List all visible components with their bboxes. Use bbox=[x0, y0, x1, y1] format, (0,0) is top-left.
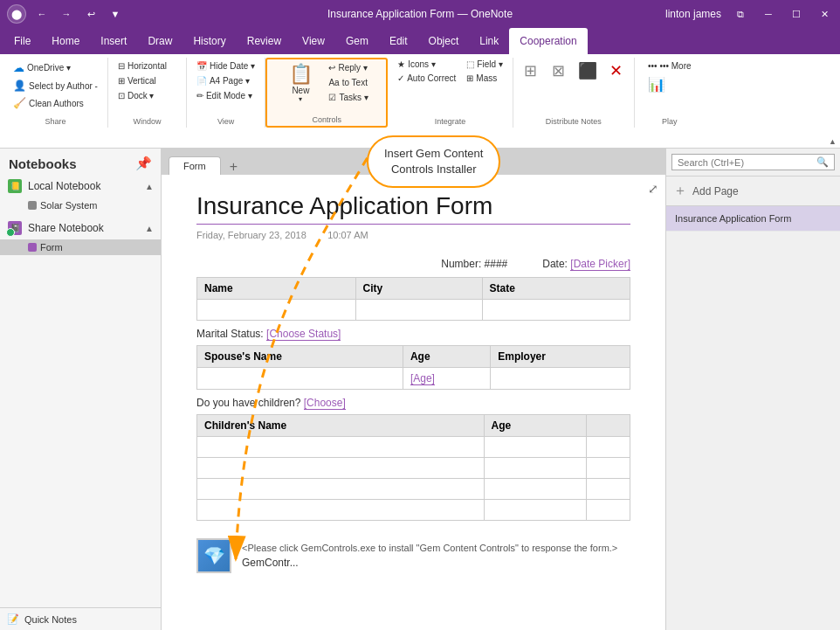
back-button[interactable]: ⬤ bbox=[7, 4, 26, 24]
edit-mode-button[interactable]: ✏ Edit Mode ▾ bbox=[192, 89, 257, 102]
controls-right: ↩ Reply ▾ Aa to Text ☑ Tasks ▾ bbox=[324, 61, 373, 104]
name-cell[interactable] bbox=[197, 300, 356, 321]
choose-status-link[interactable]: [Choose Status] bbox=[266, 328, 341, 341]
new-button[interactable]: 📋 New ▾ bbox=[280, 61, 320, 105]
child3-name[interactable] bbox=[197, 479, 485, 500]
field-button[interactable]: ⬚ Field ▾ bbox=[462, 58, 506, 71]
clean-icon: 🧹 bbox=[13, 97, 26, 109]
play-buttons: ••• ••• More 📊 bbox=[644, 58, 696, 94]
share-notebook-item[interactable]: 📓 Share Notebook ▲ bbox=[0, 217, 161, 239]
quick-access-button[interactable]: ▼ bbox=[107, 5, 124, 23]
minimize-button[interactable]: ─ bbox=[760, 5, 777, 23]
add-page-button[interactable]: ＋ Add Page bbox=[666, 177, 840, 206]
menu-file[interactable]: File bbox=[3, 28, 41, 54]
new-label: New bbox=[292, 86, 309, 95]
solar-system-label: Solar System bbox=[40, 200, 97, 211]
ppt-icon: 📊 bbox=[648, 76, 665, 93]
child2-col3[interactable] bbox=[586, 458, 630, 479]
pin-icon[interactable]: 📌 bbox=[135, 156, 152, 171]
menu-history[interactable]: History bbox=[182, 28, 236, 54]
form-tab[interactable]: Form bbox=[169, 156, 221, 175]
a4-page-button[interactable]: 📄 A4 Page ▾ bbox=[192, 74, 254, 87]
reply-icon: ↩ bbox=[328, 63, 335, 73]
child2-name[interactable] bbox=[197, 458, 485, 479]
menu-cooperation[interactable]: Cooperation bbox=[509, 28, 587, 54]
add-tab-button[interactable]: + bbox=[223, 159, 244, 175]
menu-edit[interactable]: Edit bbox=[379, 28, 418, 54]
state-header: State bbox=[482, 278, 630, 300]
state-cell[interactable] bbox=[482, 300, 630, 321]
child1-name[interactable] bbox=[197, 437, 485, 458]
distribute-btn2[interactable]: ⊠ bbox=[547, 59, 571, 82]
local-notebook-collapse[interactable]: ▲ bbox=[145, 182, 154, 191]
solar-system-section[interactable]: Solar System bbox=[0, 197, 161, 213]
quick-notes-icon: 📝 bbox=[7, 613, 19, 625]
child4-col3[interactable] bbox=[586, 500, 630, 521]
child1-age[interactable] bbox=[484, 437, 586, 458]
close-distribute-btn[interactable]: ✕ bbox=[604, 59, 629, 82]
ribbon-collapse-button[interactable]: ▲ bbox=[829, 137, 837, 146]
reply-button[interactable]: ↩ Reply ▾ bbox=[324, 61, 373, 74]
dock-icon: ⊡ bbox=[118, 91, 125, 100]
city-cell[interactable] bbox=[355, 300, 482, 321]
restore-button[interactable]: ⧉ bbox=[732, 5, 749, 23]
child3-age[interactable] bbox=[484, 479, 586, 500]
age-link[interactable]: [Age] bbox=[410, 372, 435, 385]
date-row: Date: [Date Picker] bbox=[542, 258, 630, 270]
menu-draw[interactable]: Draw bbox=[137, 28, 182, 54]
mass-button[interactable]: ⊞ Mass bbox=[462, 72, 506, 85]
icons-button[interactable]: ★ Icons ▾ bbox=[393, 58, 460, 71]
dock-button[interactable]: ⊡ Dock ▾ bbox=[114, 89, 159, 102]
clean-authors-button[interactable]: 🧹 Clean Authors bbox=[9, 95, 88, 111]
spouse-name-cell[interactable] bbox=[197, 368, 403, 390]
choose-children-link[interactable]: [Choose] bbox=[304, 397, 346, 410]
onedrive-button[interactable]: ☁ OneDrive ▾ bbox=[9, 59, 75, 76]
employer-header: Employer bbox=[491, 346, 630, 368]
share-notebook-collapse[interactable]: ▲ bbox=[145, 224, 154, 233]
children-row-3 bbox=[197, 479, 630, 500]
back-nav-button[interactable]: ← bbox=[33, 5, 51, 23]
ppt-button[interactable]: 📊 bbox=[644, 74, 670, 94]
menu-home[interactable]: Home bbox=[41, 28, 90, 54]
tasks-button[interactable]: ☑ Tasks ▾ bbox=[324, 91, 373, 104]
form-dot bbox=[28, 243, 37, 252]
auto-correct-button[interactable]: ✓ Auto Correct bbox=[393, 72, 460, 85]
search-input[interactable] bbox=[678, 157, 813, 168]
page-icon: 📄 bbox=[196, 76, 207, 86]
expand-button[interactable]: ⤢ bbox=[648, 182, 658, 196]
form-section[interactable]: Form bbox=[0, 239, 161, 255]
child1-col3[interactable] bbox=[586, 437, 630, 458]
distribute-btn1[interactable]: ⊞ bbox=[519, 59, 543, 82]
select-by-author-button[interactable]: 👤 Select by Author - bbox=[9, 78, 102, 93]
menu-object[interactable]: Object bbox=[418, 28, 470, 54]
undo-button[interactable]: ↩ bbox=[82, 5, 100, 23]
menu-view[interactable]: View bbox=[292, 28, 335, 54]
vertical-button[interactable]: ⊞ Vertical bbox=[114, 74, 161, 87]
to-text-button[interactable]: Aa to Text bbox=[324, 76, 373, 89]
search-input-wrap: 🔍 bbox=[671, 154, 835, 170]
local-notebook-item[interactable]: 📒 Local Notebook ▲ bbox=[0, 175, 161, 197]
gem-label: GemContr... bbox=[242, 557, 617, 569]
close-button[interactable]: ✕ bbox=[816, 5, 833, 23]
child2-age[interactable] bbox=[484, 458, 586, 479]
menu-link[interactable]: Link bbox=[469, 28, 509, 54]
hide-date-button[interactable]: 📅 Hide Date ▾ bbox=[192, 59, 259, 73]
forward-nav-button[interactable]: → bbox=[58, 5, 75, 23]
menu-review[interactable]: Review bbox=[237, 28, 292, 54]
more-button[interactable]: ••• ••• More bbox=[644, 59, 696, 73]
child3-col3[interactable] bbox=[586, 479, 630, 500]
child4-age[interactable] bbox=[484, 500, 586, 521]
quick-notes-footer[interactable]: 📝 Quick Notes bbox=[0, 607, 161, 630]
horizontal-button[interactable]: ⊟ Horizontal bbox=[114, 59, 171, 73]
menu-insert[interactable]: Insert bbox=[90, 28, 137, 54]
employer-cell[interactable] bbox=[491, 368, 630, 390]
to-text-label: to Text bbox=[342, 78, 368, 87]
age-cell[interactable]: [Age] bbox=[403, 368, 490, 390]
children-name-header: Children's Name bbox=[197, 415, 485, 437]
menu-gem[interactable]: Gem bbox=[335, 28, 379, 54]
date-picker-link[interactable]: [Date Picker] bbox=[570, 258, 630, 271]
child4-name[interactable] bbox=[197, 500, 485, 521]
maximize-button[interactable]: ☐ bbox=[788, 5, 805, 23]
distribute-btn3[interactable]: ⬛ bbox=[575, 59, 601, 82]
page-list-item-insurance[interactable]: Insurance Application Form bbox=[666, 206, 840, 232]
